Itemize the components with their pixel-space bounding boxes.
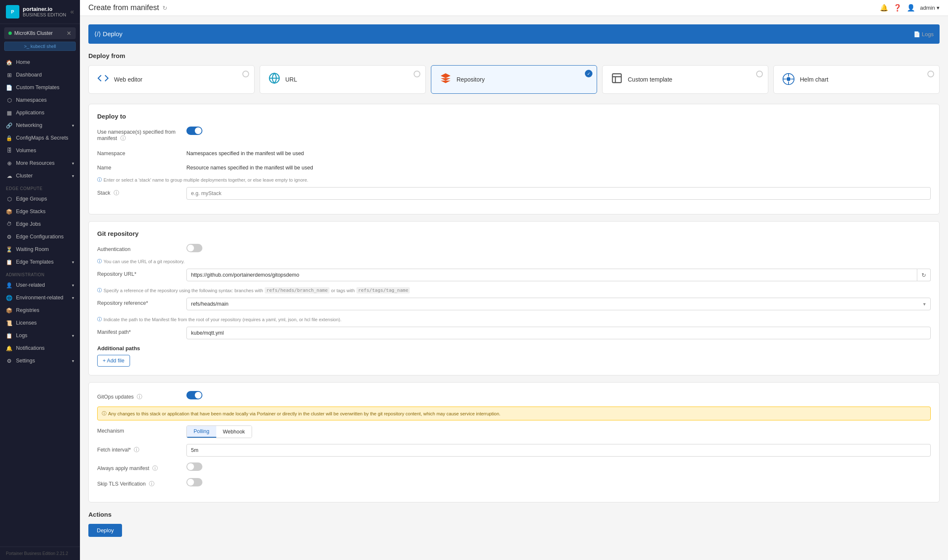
mechanism-tab-polling[interactable]: Polling	[187, 426, 216, 438]
fetch-interval-row: Fetch interval* ⓘ	[97, 444, 931, 457]
git-repository-section: Git repository Authentication ⓘ You can …	[88, 221, 940, 375]
sidebar: P portainer.io BUSINESS EDITION « MicroK…	[0, 0, 80, 560]
sidebar-item-edge-configurations-label: Edge Configurations	[16, 234, 64, 240]
repo-ref-select[interactable]: refs/heads/main	[186, 298, 931, 310]
skip-tls-help-icon[interactable]: ⓘ	[149, 481, 154, 487]
sidebar-item-logs[interactable]: 📋 Logs ▾	[0, 329, 80, 342]
url-radio[interactable]	[414, 71, 420, 77]
always-apply-toggle[interactable]	[186, 462, 202, 471]
stack-help-icon[interactable]: ⓘ	[114, 190, 119, 196]
repo-url-row: Repository URL* ↻	[97, 269, 931, 281]
logs-icon: 📋	[6, 332, 13, 339]
home-icon: 🏠	[6, 59, 13, 66]
sidebar-item-dashboard[interactable]: ⊞ Dashboard	[0, 69, 80, 81]
sidebar-item-edge-groups[interactable]: ⬡ Edge Groups	[0, 193, 80, 205]
auth-hint-icon: ⓘ	[97, 258, 102, 264]
deploy-card-url[interactable]: URL	[260, 65, 426, 94]
mechanism-tabs: Polling Webhook	[186, 425, 252, 438]
refresh-icon[interactable]: ↻	[162, 5, 167, 11]
user-profile-icon[interactable]: 👤	[907, 4, 915, 12]
sidebar-item-applications[interactable]: ▦ Applications	[0, 106, 80, 119]
sidebar-item-user-related[interactable]: 👤 User-related ▾	[0, 279, 80, 291]
custom-template-radio[interactable]	[756, 71, 763, 77]
sidebar-item-logs-label: Logs	[16, 333, 27, 338]
helm-chart-radio[interactable]	[927, 71, 934, 77]
sidebar-item-edge-templates[interactable]: 📋 Edge Templates ▾	[0, 256, 80, 268]
sidebar-item-environment-related[interactable]: 🌐 Environment-related ▾	[0, 291, 80, 304]
notification-bell-icon[interactable]: 🔔	[880, 4, 888, 12]
edge-compute-label: Edge compute	[0, 182, 80, 193]
sidebar-item-notifications[interactable]: 🔔 Notifications	[0, 342, 80, 354]
sidebar-item-applications-label: Applications	[16, 110, 44, 116]
sidebar-item-dashboard-label: Dashboard	[16, 72, 42, 78]
stack-row: Stack ⓘ	[97, 187, 931, 200]
namespace-toggle-help-icon[interactable]: ⓘ	[120, 135, 126, 141]
environment-related-icon: 🌐	[6, 294, 13, 301]
url-icon	[268, 72, 280, 87]
cluster-badge[interactable]: MicroK8s Cluster ✕	[4, 27, 76, 39]
repo-url-input[interactable]	[186, 269, 917, 281]
settings-arrow-icon: ▾	[72, 359, 74, 363]
app-logo-text: portainer.io BUSINESS EDITION	[23, 6, 66, 18]
sidebar-item-licenses[interactable]: 📜 Licenses	[0, 317, 80, 329]
fetch-interval-label: Fetch interval* ⓘ	[97, 444, 181, 454]
sidebar-item-networking[interactable]: 🔗 Networking ▾	[0, 119, 80, 132]
logs-button[interactable]: 📄 Logs	[913, 31, 934, 37]
always-apply-help-icon[interactable]: ⓘ	[152, 465, 158, 471]
sidebar-item-home[interactable]: 🏠 Home	[0, 56, 80, 69]
auth-toggle[interactable]	[186, 244, 202, 252]
sidebar-item-edge-stacks[interactable]: 📦 Edge Stacks	[0, 205, 80, 218]
gitops-toggle[interactable]	[186, 391, 202, 399]
kubectl-shell-button[interactable]: kubectl shell	[4, 42, 76, 51]
sidebar-item-settings[interactable]: ⚙ Settings ▾	[0, 354, 80, 367]
skip-tls-toggle[interactable]	[186, 478, 202, 486]
helm-chart-label: Helm chart	[800, 76, 829, 83]
stack-input[interactable]	[186, 187, 931, 200]
repo-url-refresh-button[interactable]: ↻	[917, 269, 931, 281]
deploy-card-custom-template[interactable]: Custom template	[602, 65, 768, 94]
namespace-toggle[interactable]	[186, 127, 202, 135]
auth-hint: ⓘ You can use the URL of a git repositor…	[97, 258, 931, 264]
sidebar-item-edge-jobs[interactable]: ⏱ Edge Jobs	[0, 218, 80, 230]
page-title: Create from manifest ↻	[88, 3, 167, 12]
sidebar-item-volumes[interactable]: 🗄 Volumes	[0, 144, 80, 157]
sidebar-collapse-button[interactable]: «	[70, 8, 74, 16]
manifest-path-input[interactable]	[186, 327, 931, 339]
sidebar-item-custom-templates[interactable]: 📄 Custom Templates	[0, 81, 80, 94]
cluster-name: MicroK8s Cluster	[14, 30, 53, 36]
user-related-arrow-icon: ▾	[72, 283, 74, 288]
content-area: ⟨/⟩ Deploy 📄 Logs Deploy from Web editor	[80, 16, 948, 560]
more-resources-arrow-icon: ▾	[72, 161, 74, 166]
mechanism-tab-webhook[interactable]: Webhook	[216, 426, 252, 438]
cluster-close-button[interactable]: ✕	[66, 30, 72, 37]
deploy-action-button[interactable]: Deploy	[88, 524, 122, 537]
add-file-button[interactable]: + Add file	[97, 355, 130, 367]
gitops-help-icon[interactable]: ⓘ	[137, 394, 142, 400]
help-icon[interactable]: ❓	[893, 4, 902, 12]
deploy-card-web-editor[interactable]: Web editor	[88, 65, 255, 94]
fetch-interval-input[interactable]	[186, 444, 931, 457]
repository-check-icon: ✓	[585, 70, 592, 77]
sidebar-item-namespaces[interactable]: ⬡ Namespaces	[0, 94, 80, 106]
sidebar-item-cluster[interactable]: ☁ Cluster ▾	[0, 169, 80, 182]
deploy-card-helm-chart[interactable]: Helm chart	[773, 65, 940, 94]
more-resources-icon: ⊕	[6, 160, 13, 166]
admin-menu-button[interactable]: admin ▾	[920, 5, 940, 11]
edge-templates-icon: 📋	[6, 259, 13, 265]
deploy-card-repository[interactable]: ✓ Repository	[431, 65, 597, 94]
sidebar-item-more-resources[interactable]: ⊕ More Resources ▾	[0, 157, 80, 169]
manifest-hint-icon: ⓘ	[97, 316, 102, 322]
sidebar-item-configmaps[interactable]: 🔒 ConfigMaps & Secrets	[0, 132, 80, 144]
sidebar-item-edge-configurations[interactable]: ⚙ Edge Configurations	[0, 230, 80, 243]
logs-file-icon: 📄	[913, 31, 920, 37]
fetch-interval-help-icon[interactable]: ⓘ	[134, 447, 139, 453]
web-editor-radio[interactable]	[242, 71, 249, 77]
sidebar-item-settings-label: Settings	[16, 358, 35, 364]
sidebar-item-waiting-room[interactable]: ⏳ Waiting Room	[0, 243, 80, 256]
repository-icon	[440, 72, 451, 87]
main-panel: Create from manifest ↻ 🔔 ❓ 👤 admin ▾ ⟨/⟩…	[80, 0, 948, 560]
sidebar-item-registries[interactable]: 📦 Registries	[0, 304, 80, 317]
settings-icon: ⚙	[6, 357, 13, 364]
sidebar-item-registries-label: Registries	[16, 307, 40, 313]
deploy-top-button[interactable]: ⟨/⟩ Deploy	[94, 30, 122, 38]
